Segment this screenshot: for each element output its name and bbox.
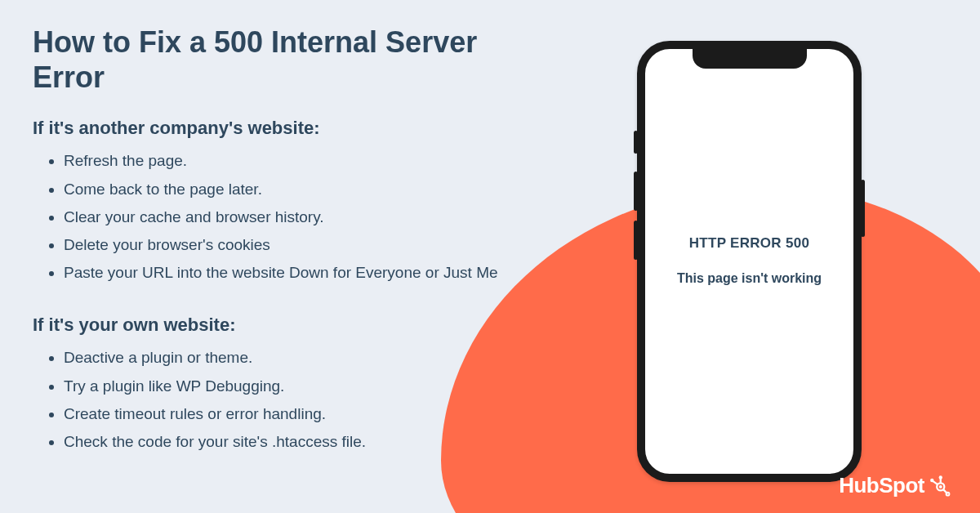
brand-logo: HubSpot	[839, 473, 951, 498]
phone-mute-switch	[634, 131, 638, 154]
phone-power-button	[861, 180, 865, 237]
list-item: Clear your cache and browser history.	[64, 203, 555, 231]
phone-volume-down	[634, 221, 638, 260]
svg-point-7	[939, 484, 942, 488]
section-heading-own: If it's your own website:	[33, 314, 555, 336]
svg-point-5	[930, 478, 933, 481]
list-item: Refresh the page.	[64, 147, 555, 175]
list-item: Come back to the page later.	[64, 176, 555, 203]
list-item: Create timeout rules or error handling.	[64, 400, 555, 428]
svg-line-2	[933, 480, 938, 484]
list-item: Check the code for your site's .htaccess…	[64, 428, 555, 456]
svg-point-4	[939, 475, 942, 479]
phone-screen: HTTP ERROR 500 This page isn't working	[645, 49, 853, 474]
list-item: Deactive a plugin or theme.	[64, 344, 555, 372]
steps-list-other: Refresh the page. Come back to the page …	[33, 147, 555, 287]
phone-volume-up	[634, 172, 638, 211]
svg-point-6	[947, 492, 950, 495]
list-item: Paste your URL into the website Down for…	[64, 259, 555, 287]
sprocket-icon	[928, 475, 951, 497]
brand-name: HubSpot	[839, 473, 924, 498]
section-heading-other: If it's another company's website:	[33, 118, 555, 139]
main-content: How to Fix a 500 Internal Server Error I…	[33, 25, 555, 484]
list-item: Delete your browser's cookies	[64, 231, 555, 259]
error-title: HTTP ERROR 500	[689, 235, 809, 252]
steps-list-own: Deactive a plugin or theme. Try a plugin…	[33, 344, 555, 456]
error-subtitle: This page isn't working	[677, 270, 822, 288]
phone-mockup: HTTP ERROR 500 This page isn't working	[637, 41, 862, 482]
list-item: Try a plugin like WP Debugging.	[64, 372, 555, 400]
page-title: How to Fix a 500 Internal Server Error	[33, 25, 555, 95]
